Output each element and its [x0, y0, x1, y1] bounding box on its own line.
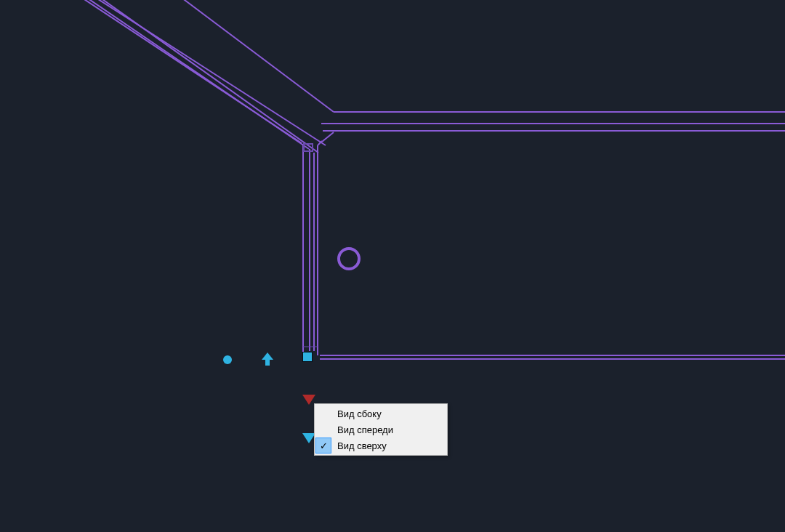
- menu-item-view-side[interactable]: Вид сбоку: [315, 406, 446, 422]
- svg-point-17: [339, 249, 359, 269]
- menu-item-view-top[interactable]: ✓ Вид сверху: [315, 438, 446, 454]
- circle-filled-icon: [223, 355, 232, 364]
- arrow-up-icon: [262, 352, 273, 366]
- view-context-menu: Вид сбоку Вид спереди ✓ Вид сверху: [314, 403, 448, 456]
- check-icon: [315, 406, 331, 422]
- menu-item-label: Вид спереди: [337, 424, 393, 435]
- check-icon: [315, 422, 331, 438]
- svg-line-13: [52, 0, 302, 143]
- grip-square-icon[interactable]: [303, 352, 312, 361]
- menu-item-label: Вид сбоку: [337, 408, 382, 419]
- menu-item-label: Вид сверху: [337, 440, 387, 451]
- check-icon: ✓: [315, 438, 331, 454]
- svg-line-15: [322, 132, 334, 142]
- svg-line-12: [58, 0, 309, 149]
- menu-item-view-front[interactable]: Вид спереди: [315, 422, 446, 438]
